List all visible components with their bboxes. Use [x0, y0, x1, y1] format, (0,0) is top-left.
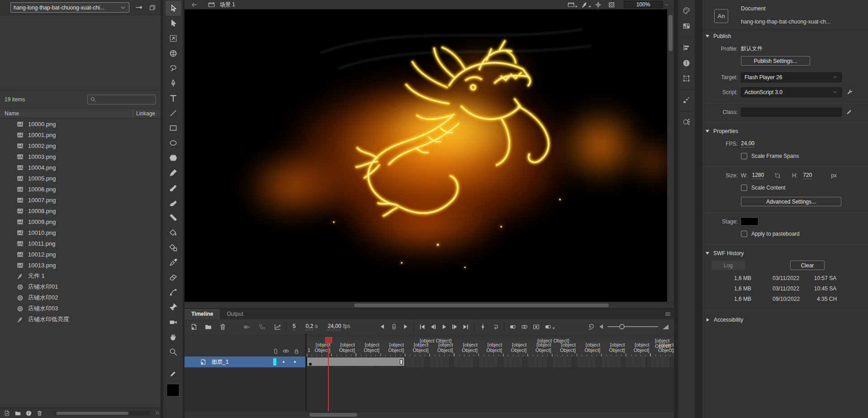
pencil-tool[interactable] — [166, 165, 181, 180]
pen-tool[interactable] — [166, 76, 181, 90]
paint-bucket-tool[interactable] — [166, 225, 181, 240]
step-back-button[interactable] — [429, 323, 437, 331]
log-button[interactable]: Log — [711, 261, 745, 270]
onion-back-button[interactable] — [379, 323, 386, 330]
layer-row[interactable]: 图层_1 — [185, 356, 305, 367]
panel-tab[interactable]: Timeline — [185, 309, 220, 319]
free-transform-tool[interactable] — [166, 31, 181, 46]
layer-lock-dot[interactable] — [294, 361, 296, 363]
layer-frame-strip[interactable] — [307, 356, 674, 367]
add-camera-button[interactable] — [243, 323, 251, 331]
class-input[interactable] — [741, 108, 842, 117]
back-button[interactable] — [191, 1, 198, 8]
text-tool[interactable] — [166, 90, 181, 105]
subselection-tool[interactable] — [166, 16, 181, 31]
timeline-zoom-slider[interactable] — [607, 324, 658, 329]
lock-icon[interactable] — [293, 348, 300, 355]
library-horizontal-scrollbar[interactable] — [53, 411, 150, 415]
eraser-tool[interactable] — [166, 270, 181, 285]
publish-settings-button[interactable]: Publish Settings... — [741, 56, 810, 66]
swatches-panel-icon[interactable] — [678, 18, 695, 33]
list-item[interactable]: 店铺水印03 — [0, 303, 161, 314]
pin-library-button[interactable] — [135, 4, 143, 11]
go-first-frame-button[interactable] — [418, 323, 426, 331]
zoom-in-frames-icon[interactable] — [663, 324, 669, 329]
pin-tool[interactable] — [166, 299, 181, 314]
center-frame-button[interactable] — [479, 323, 487, 331]
eyedropper-tool[interactable] — [166, 255, 181, 270]
list-item[interactable]: 10011.png — [0, 238, 161, 249]
scale-content-checkbox[interactable] — [741, 185, 747, 191]
publish-section-header[interactable]: Publish — [702, 30, 868, 43]
go-last-frame-button[interactable] — [462, 323, 470, 331]
loop-playback-button[interactable] — [492, 323, 499, 331]
scrollbar-thumb[interactable] — [669, 15, 673, 51]
eye-icon[interactable] — [282, 347, 289, 355]
motion-presets-panel-icon[interactable] — [678, 114, 695, 129]
document-switcher-dropdown[interactable]: hang-long-thap-bat-chuong-xuat-chi... — [10, 2, 129, 13]
edit-scene-button[interactable] — [567, 1, 575, 9]
stroke-color-control[interactable] — [166, 366, 181, 381]
onion-skin-button[interactable] — [509, 323, 517, 331]
timeline-horizontal-scrollbar[interactable] — [307, 411, 674, 418]
brush-library-panel-icon[interactable] — [678, 92, 695, 108]
target-dropdown[interactable]: Flash Player 26 — [741, 72, 842, 82]
playhead-marker[interactable] — [325, 337, 332, 343]
new-symbol-button[interactable] — [4, 410, 10, 417]
panel-menu-button[interactable] — [664, 311, 671, 318]
name-column-header[interactable]: Name — [0, 110, 19, 117]
transform-panel-icon[interactable] — [678, 71, 695, 86]
timeline-ruler[interactable]: [object Object][object Object][object Ob… — [307, 337, 674, 356]
apply-to-pasteboard-checkbox[interactable] — [741, 231, 747, 237]
properties-section-header[interactable]: Properties — [702, 125, 868, 138]
linkage-column-header[interactable]: Linkage — [136, 110, 155, 117]
bone-tool[interactable] — [166, 210, 181, 225]
polystar-tool[interactable] — [166, 150, 181, 165]
list-item[interactable]: 元件 1 — [0, 271, 161, 281]
accessibility-section-header[interactable]: Accessibility — [702, 314, 868, 326]
frame-span[interactable] — [307, 357, 405, 366]
slider-knob[interactable] — [619, 324, 625, 329]
height-value[interactable]: 720 — [803, 172, 812, 179]
oval-tool[interactable] — [166, 135, 181, 150]
edit-class-button[interactable] — [846, 109, 853, 115]
modify-markers-button[interactable] — [544, 323, 552, 331]
scene-name[interactable]: 场景 1 — [220, 1, 235, 9]
width-value[interactable]: 1280 — [752, 172, 764, 179]
delete-item-button[interactable] — [36, 410, 43, 417]
clip-to-stage-button[interactable] — [608, 1, 616, 9]
advanced-settings-button[interactable]: Advanced Settings... — [741, 197, 841, 206]
center-stage-button[interactable] — [594, 1, 602, 9]
fps-value[interactable]: 24,00 — [327, 323, 341, 330]
list-item[interactable]: 10002.png — [0, 140, 161, 151]
fill-color-swatch[interactable] — [167, 384, 179, 396]
onion-outlines-button[interactable] — [521, 323, 528, 331]
timeline-frames-area[interactable]: [object Object][object Object][object Ob… — [307, 337, 674, 411]
stage-zoom-dropdown[interactable]: 100% — [624, 1, 663, 8]
stage-canvas[interactable] — [185, 10, 667, 302]
play-button[interactable] — [440, 323, 448, 331]
layer-visibility-dot[interactable] — [283, 361, 285, 363]
ink-bottle-tool[interactable] — [166, 240, 181, 255]
scrollbar-thumb[interactable] — [354, 304, 609, 307]
delete-layer-button[interactable] — [219, 323, 227, 331]
new-folder-button[interactable] — [204, 323, 212, 331]
list-item[interactable]: 10000.png — [0, 119, 161, 129]
layer-name[interactable]: 图层_1 — [212, 358, 273, 366]
fps-value[interactable]: 24,00 — [741, 140, 754, 147]
hand-tool[interactable] — [166, 329, 181, 344]
list-item[interactable]: 10009.png — [0, 216, 161, 227]
list-item[interactable]: 10013.png — [0, 260, 161, 271]
list-item[interactable]: 10007.png — [0, 195, 161, 205]
rectangle-tool[interactable] — [166, 120, 181, 135]
library-search-input[interactable] — [87, 95, 156, 104]
layer-color-swatch[interactable] — [273, 358, 276, 366]
list-item[interactable]: 10006.png — [0, 184, 161, 195]
list-item[interactable]: 10010.png — [0, 227, 161, 238]
list-item[interactable]: 10003.png — [0, 151, 161, 162]
list-item[interactable]: 10001.png — [0, 129, 161, 140]
outline-column-icon[interactable] — [272, 348, 279, 355]
chevron-down-icon[interactable] — [664, 2, 669, 8]
link-dimensions-button[interactable] — [774, 172, 781, 179]
lasso-tool[interactable] — [166, 61, 181, 76]
